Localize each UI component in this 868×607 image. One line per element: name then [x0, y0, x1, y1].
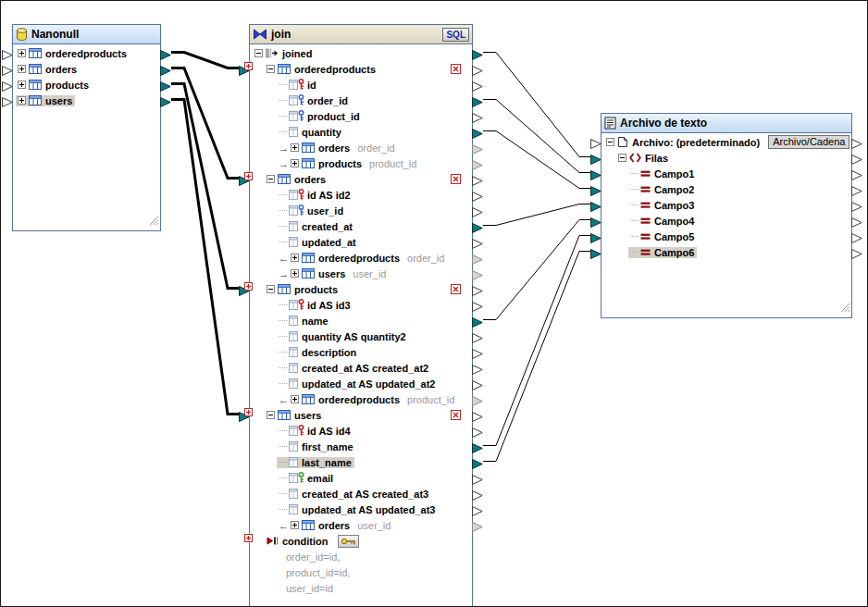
row-j-orders[interactable]: orders — [250, 171, 472, 187]
input-connector-t-campo5[interactable] — [590, 230, 601, 241]
output-connector-t-campo4[interactable] — [851, 215, 862, 225]
output-connector-nn-products[interactable] — [160, 79, 171, 89]
output-connector-j-users[interactable] — [472, 409, 483, 419]
row-j-order_id[interactable]: order_id — [250, 93, 472, 108]
output-connector-j-o-op[interactable] — [472, 252, 483, 262]
connection-j-order_id-to-t-campo1[interactable] — [483, 100, 590, 173]
input-connector-nn-orderedproducts[interactable] — [2, 47, 13, 57]
expander-plus-icon[interactable] — [18, 96, 26, 105]
row-j-u-orders[interactable]: ←ordersuser_id — [250, 517, 472, 533]
row-j-updated_at2[interactable]: updated_at AS updated_at2 — [250, 376, 472, 391]
remove-table-button[interactable] — [451, 174, 461, 184]
component-join[interactable]: joinSQLjoinedorderedproductsidorder_idpr… — [249, 24, 473, 607]
output-connector-j-user_id[interactable] — [472, 204, 483, 215]
output-connector-j-product_id[interactable] — [472, 110, 483, 120]
expander-plus-icon[interactable] — [291, 269, 299, 278]
row-j-op-id[interactable]: id — [250, 77, 472, 93]
row-t-campo4[interactable]: Campo4 — [601, 213, 851, 229]
output-connector-j-order_id[interactable] — [472, 94, 483, 105]
resize-grip-icon[interactable] — [149, 213, 159, 229]
input-connector-nn-products[interactable] — [2, 79, 13, 89]
row-t-campo3[interactable]: Campo3 — [601, 197, 851, 213]
output-connector-t-campo1[interactable] — [851, 167, 862, 178]
input-connector-nn-users[interactable] — [2, 94, 13, 105]
connection-nn-orderedproducts-to-j-orderedproducts[interactable] — [171, 53, 239, 68]
connection-j-quantity-to-t-campo2[interactable] — [483, 131, 590, 189]
row-j-id2[interactable]: id AS id2 — [250, 187, 472, 203]
input-connector-t-campo3[interactable] — [590, 199, 601, 209]
row-j-op-products[interactable]: →productsproduct_id — [250, 155, 472, 171]
row-j-name[interactable]: name — [250, 313, 472, 328]
row-j-first_name[interactable]: first_name — [250, 439, 472, 454]
condition-key-button[interactable] — [338, 535, 359, 548]
expander-minus-icon[interactable] — [267, 65, 275, 73]
row-j-condition[interactable]: condition — [250, 533, 472, 549]
row-t-campo1[interactable]: Campo1 — [601, 166, 851, 181]
archivo-cadena-button[interactable]: Archivo/Cadena — [768, 135, 849, 149]
connection-j-name-to-t-campo4[interactable] — [483, 220, 590, 320]
input-connector-nn-orders[interactable] — [2, 63, 13, 73]
expander-plus-icon[interactable] — [291, 143, 299, 152]
duplicate-input-button-j-orders[interactable] — [244, 167, 253, 176]
row-j-id4[interactable]: id AS id4 — [250, 423, 472, 439]
output-connector-t-campo5[interactable] — [851, 230, 862, 241]
row-j-created_at3[interactable]: created_at AS created_at3 — [250, 486, 472, 502]
row-j-joined[interactable]: joined — [250, 45, 472, 61]
output-connector-j-updated_at2[interactable] — [472, 378, 483, 388]
expander-minus-icon[interactable] — [618, 154, 626, 162]
input-connector-t-campo1[interactable] — [590, 167, 601, 178]
output-connector-t-campo6[interactable] — [851, 246, 862, 256]
row-j-products[interactable]: products — [250, 281, 472, 297]
row-j-updated_at3[interactable]: updated_at AS updated_at3 — [250, 502, 472, 517]
row-j-updated_at[interactable]: updated_at — [250, 234, 472, 250]
expander-plus-icon[interactable] — [291, 159, 299, 167]
output-connector-j-o-users[interactable] — [472, 267, 483, 278]
component-header[interactable]: Nanonull — [13, 25, 160, 44]
row-j-cond1[interactable]: order_id=id, — [250, 549, 472, 564]
output-connector-j-updated_at[interactable] — [472, 236, 483, 246]
expander-minus-icon[interactable] — [267, 175, 275, 183]
row-nn-users[interactable]: users — [13, 93, 160, 108]
expander-plus-icon[interactable] — [291, 254, 299, 262]
output-connector-j-op-products[interactable] — [472, 157, 483, 167]
input-connector-t-campo6[interactable] — [590, 246, 601, 256]
output-connector-j-description[interactable] — [472, 346, 483, 356]
expander-minus-icon[interactable] — [254, 49, 263, 57]
output-connector-nn-orders[interactable] — [160, 63, 171, 73]
remove-table-button[interactable] — [451, 410, 461, 420]
output-connector-j-created_at2[interactable] — [472, 362, 483, 372]
row-j-created_at[interactable]: created_at — [250, 218, 472, 234]
component-textfile[interactable]: Archivo de textoArchivo: (predeterminado… — [601, 113, 852, 318]
row-t-archivo[interactable]: Archivo: (predeterminado)Archivo/Cadena — [601, 134, 851, 150]
row-j-id3[interactable]: id AS id3 — [250, 297, 472, 313]
duplicate-input-button-j-users[interactable] — [244, 403, 253, 412]
output-connector-j-p-op[interactable] — [472, 393, 483, 403]
row-j-last_name[interactable]: last_name — [250, 454, 472, 470]
component-header[interactable]: Archivo de texto — [601, 114, 851, 133]
row-j-o-users[interactable]: →usersuser_id — [250, 266, 472, 281]
remove-table-button[interactable] — [451, 284, 461, 294]
output-connector-j-quantity[interactable] — [472, 126, 483, 136]
row-j-quantity[interactable]: quantity — [250, 124, 472, 140]
output-connector-j-created_at[interactable] — [472, 220, 483, 230]
output-connector-j-id4[interactable] — [472, 425, 483, 435]
input-connector-t-campo2[interactable] — [590, 183, 601, 193]
row-t-filas[interactable]: Filas — [601, 150, 851, 166]
row-j-created_at2[interactable]: created_at AS created_at2 — [250, 360, 472, 376]
row-j-product_id[interactable]: product_id — [250, 108, 472, 124]
expander-plus-icon[interactable] — [18, 81, 26, 89]
row-j-email[interactable]: email — [250, 470, 472, 486]
output-connector-j-joined[interactable] — [472, 47, 483, 57]
output-connector-t-filas[interactable] — [851, 152, 862, 162]
row-nn-orderedproducts[interactable]: orderedproducts — [13, 45, 160, 61]
output-connector-t-campo2[interactable] — [851, 183, 862, 193]
row-t-campo6[interactable]: Campo6 — [601, 244, 851, 260]
output-connector-j-quantity2[interactable] — [472, 330, 483, 341]
output-connector-j-id3[interactable] — [472, 299, 483, 309]
output-connector-t-campo3[interactable] — [851, 199, 862, 209]
row-j-quantity2[interactable]: quantity AS quantity2 — [250, 328, 472, 344]
input-connector-t-campo4[interactable] — [590, 215, 601, 225]
expander-plus-icon[interactable] — [291, 521, 299, 529]
output-connector-j-updated_at3[interactable] — [472, 503, 483, 514]
output-connector-nn-users[interactable] — [160, 94, 171, 105]
